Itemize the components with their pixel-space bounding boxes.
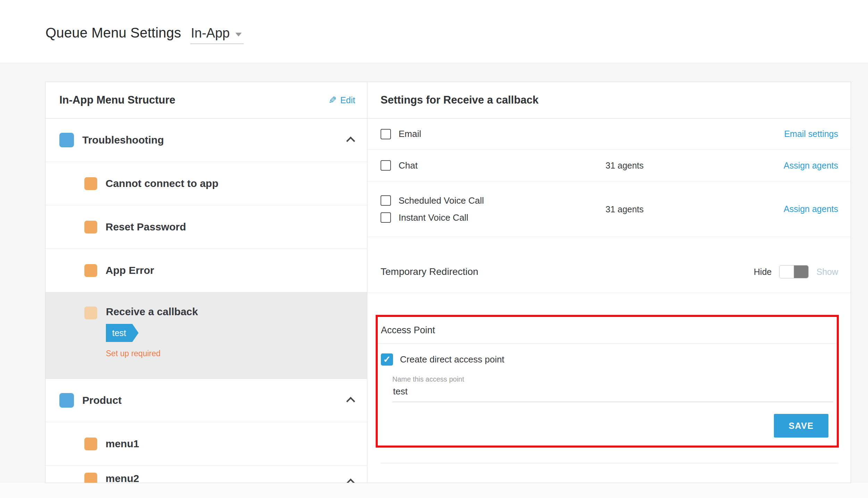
footer-strip <box>0 483 868 498</box>
category-icon <box>59 133 74 147</box>
voice-agents-count: 31 agents <box>606 204 644 214</box>
item-icon <box>84 221 97 234</box>
tree-item-label: Reset Password <box>106 221 186 233</box>
setup-required-label: Set up required <box>106 349 367 358</box>
chat-assign-agents-link[interactable]: Assign agents <box>784 161 838 171</box>
email-settings-link[interactable]: Email settings <box>784 129 838 139</box>
access-point-name-label: Name this access point <box>392 375 833 383</box>
show-label: Show <box>816 267 838 277</box>
tree-item-menu1[interactable]: menu1 <box>45 422 367 466</box>
instant-voice-label: Instant Voice Call <box>399 212 468 223</box>
channel-selector-value: In-App <box>191 26 230 41</box>
scheduled-voice-label: Scheduled Voice Call <box>399 195 484 206</box>
content-area: In-App Menu Structure ✎ Edit Troubleshoo… <box>0 63 868 498</box>
scheduled-voice-checkbox[interactable] <box>381 195 391 206</box>
tree-item-label: App Error <box>106 264 154 276</box>
collapse-control[interactable] <box>346 396 355 405</box>
email-row: Email Email settings <box>367 119 851 150</box>
channel-selector[interactable]: In-App <box>190 26 244 44</box>
access-point-tag: test <box>106 324 132 342</box>
tree-item-troubleshooting[interactable]: Troubleshooting <box>45 119 367 162</box>
collapse-control[interactable] <box>346 477 355 483</box>
chat-row: Chat 31 agents Assign agents <box>367 150 851 181</box>
tree-item-product[interactable]: Product <box>45 379 367 422</box>
page-title: Queue Menu Settings <box>45 25 181 41</box>
hide-label: Hide <box>754 267 771 277</box>
menu-structure-panel: In-App Menu Structure ✎ Edit Troubleshoo… <box>45 82 367 483</box>
chevron-up-icon <box>346 137 355 145</box>
create-access-point-label: Create direct access point <box>400 354 504 365</box>
voice-assign-agents-link[interactable]: Assign agents <box>784 204 838 214</box>
chat-checkbox[interactable] <box>381 160 391 171</box>
edit-label: Edit <box>340 95 355 105</box>
edit-pencil-icon: ✎ <box>328 95 336 106</box>
toggle-track <box>794 266 808 278</box>
tree-item-label: menu2 <box>106 473 139 483</box>
chevron-up-icon <box>346 479 355 483</box>
settings-title: Settings for Receive a callback <box>381 94 539 106</box>
tree-item-menu2[interactable]: menu2 <box>45 466 367 483</box>
tree-item-label: menu1 <box>106 438 139 450</box>
item-icon <box>84 177 97 190</box>
access-point-highlight-box: Access Point ✓ Create direct access poin… <box>376 315 839 448</box>
top-bar: Queue Menu Settings In-App <box>0 0 868 63</box>
tree-item-cannot-connect[interactable]: Cannot connect to app <box>45 162 367 205</box>
tree-item-receive-callback-selected[interactable]: Receive a callback test Set up required <box>45 292 367 379</box>
save-button[interactable]: SAVE <box>774 414 828 438</box>
email-checkbox[interactable] <box>381 129 391 139</box>
item-icon <box>84 264 97 277</box>
item-icon <box>84 473 97 483</box>
chevron-down-icon <box>235 33 242 36</box>
category-icon <box>59 393 74 408</box>
tree-item-label: Product <box>82 394 122 406</box>
divider <box>381 463 838 463</box>
edit-button[interactable]: ✎ Edit <box>328 95 355 106</box>
item-icon <box>84 438 97 450</box>
checkmark-icon: ✓ <box>383 354 391 365</box>
create-access-point-checkbox[interactable]: ✓ <box>381 353 393 366</box>
tree-item-reset-password[interactable]: Reset Password <box>45 205 367 249</box>
voice-row: Scheduled Voice Call Instant Voice Call … <box>367 181 851 237</box>
toggle-knob <box>779 266 794 278</box>
collapse-control[interactable] <box>346 136 355 145</box>
tree-item-label: Receive a callback <box>106 304 367 319</box>
menu-structure-title: In-App Menu Structure <box>59 94 175 106</box>
settings-card: In-App Menu Structure ✎ Edit Troubleshoo… <box>45 82 851 483</box>
temporary-redirection-label: Temporary Redirection <box>381 266 478 277</box>
chat-agents-count: 31 agents <box>606 161 644 171</box>
temporary-redirection-row: Temporary Redirection Hide Show <box>367 237 851 293</box>
queue-settings-panel: Settings for Receive a callback Email Em… <box>367 82 851 483</box>
tree-item-label: Cannot connect to app <box>106 178 218 189</box>
email-label: Email <box>399 129 421 139</box>
access-point-name-input[interactable] <box>392 383 833 402</box>
chat-label: Chat <box>399 160 418 171</box>
tree-item-label: Troubleshooting <box>82 134 164 146</box>
chevron-up-icon <box>346 397 355 406</box>
access-point-title: Access Point <box>381 325 435 336</box>
tree-item-app-error[interactable]: App Error <box>45 249 367 292</box>
instant-voice-checkbox[interactable] <box>381 212 391 223</box>
hide-show-toggle[interactable] <box>779 265 809 278</box>
item-icon <box>84 307 97 319</box>
